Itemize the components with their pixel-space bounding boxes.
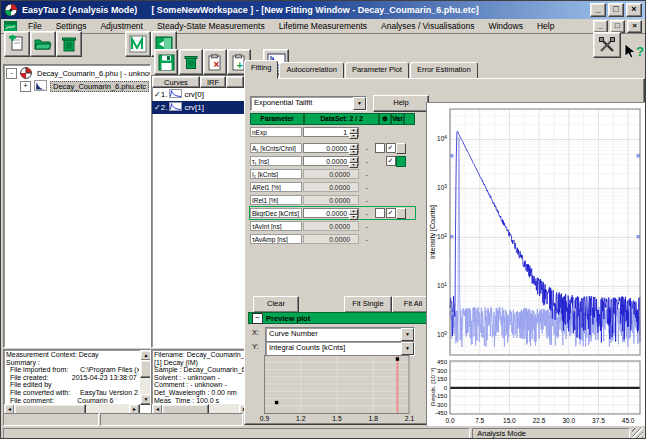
parameter-value-field[interactable]: 0.0000▲▼ — [303, 156, 359, 166]
workspace-tree[interactable]: - Decay_Coumarin_6.phu | - unknown - + D… — [3, 64, 151, 348]
clear-button[interactable]: Clear — [253, 296, 299, 313]
parameter-value-field[interactable]: 0.0000▲▼ — [303, 143, 359, 153]
global-column-header globe-icon[interactable]: ⊕ — [379, 113, 391, 125]
minimize-button[interactable]: _ — [590, 3, 606, 17]
scroll-down-icon[interactable]: ▼ — [140, 394, 151, 405]
tab-fitting[interactable]: Fitting — [244, 60, 278, 79]
resize-grip[interactable] — [632, 428, 643, 439]
tree-child-row[interactable]: + Decay_Coumarin_6.phu.etc — [18, 80, 150, 93]
spin-down-icon[interactable]: ▼ — [349, 215, 358, 221]
chevron-down-icon[interactable]: ▼ — [353, 97, 366, 110]
file-info-line: Sample : Decay_Coumarin_6.phu — [154, 366, 249, 374]
scrollbar-thumb[interactable] — [140, 360, 151, 378]
file-info-line: Solvent : - unknown - — [154, 374, 249, 382]
model-select[interactable]: Exponential Tailfit ▼ — [250, 96, 367, 111]
value-spinner[interactable]: ▲▼ — [349, 209, 358, 217]
preview-tick-label: 1.5 — [332, 415, 341, 422]
menu-analyses-visualisations[interactable]: Analyses / Visualisations — [374, 20, 481, 32]
summary-vertical-scrollbar[interactable]: ▲ ▼ — [140, 350, 150, 405]
document-title: [ SomeNewWorkspace ] - [New Fitting Wind… — [151, 5, 590, 15]
curve-list-item[interactable]: ✓2.crv[1] — [152, 101, 244, 114]
menu-windows[interactable]: Windows — [481, 20, 529, 32]
tree-root-row[interactable]: - Decay_Coumarin_6.phu | - unknown - — [4, 67, 150, 80]
limits-button[interactable] — [396, 143, 406, 154]
parameter-value-field[interactable]: 1▲▼ — [303, 127, 359, 137]
child-close-button[interactable]: × — [627, 20, 642, 33]
curve-list-item[interactable]: ✓1.crv[0] — [152, 88, 244, 101]
value-spinner[interactable]: ▲▼ — [349, 157, 358, 165]
preview-y-select[interactable]: Integral Counts [kCnts] ▼ — [265, 341, 415, 356]
close-button[interactable]: × — [626, 3, 642, 17]
maximize-button[interactable]: □ — [608, 3, 624, 17]
value-spinner[interactable]: ▲▼ — [349, 128, 358, 136]
remove-curve-button[interactable]: × — [203, 49, 227, 75]
spin-down-icon[interactable]: ▼ — [349, 150, 358, 156]
limits-button[interactable] — [396, 208, 406, 219]
parameter-name: BkgrDec [kCnts] — [250, 208, 302, 218]
svg-text:102: 102 — [437, 233, 447, 241]
preview-tick-label: 1.2 — [296, 415, 305, 422]
svg-text:-150: -150 — [435, 393, 448, 399]
menu-lifetime-measurements[interactable]: Lifetime Measurements — [272, 20, 374, 32]
preview-plot[interactable] — [264, 355, 410, 414]
svg-text:37.5: 37.5 — [592, 417, 605, 424]
preview-tick-label: 1.8 — [369, 415, 378, 422]
delete-curve-button[interactable] — [179, 49, 203, 75]
svg-text:300: 300 — [437, 368, 448, 374]
status-field-left — [3, 413, 99, 426]
var-checkbox[interactable]: ✓ — [386, 208, 396, 218]
child-window-icon[interactable] — [4, 21, 17, 32]
parameter-value-field[interactable]: 0.0000▲▼ — [303, 208, 359, 218]
curve-check-icon[interactable]: ✓1. — [154, 90, 167, 99]
global-checkbox[interactable] — [375, 143, 385, 153]
open-workspace-button[interactable] — [30, 31, 56, 57]
adjustment-button[interactable] — [125, 31, 151, 57]
spin-down-icon[interactable]: ▼ — [349, 163, 358, 169]
parameter-name: IRel1 [%] — [250, 195, 302, 205]
svg-text:45.0: 45.0 — [622, 417, 635, 424]
summary-line: Measurement Context: Decay — [6, 351, 139, 359]
link-indicator: - — [359, 158, 375, 165]
child-minimize-button[interactable]: _ — [593, 20, 608, 33]
svg-text:×: × — [213, 59, 219, 70]
parameter-row: BkgrDec [kCnts]0.0000▲▼-✓ — [250, 207, 415, 219]
status-section-left — [3, 428, 470, 439]
parameter-row: τ₁ [ns]0.0000▲▼-✓ — [250, 155, 415, 167]
preview-x-select[interactable]: Curve Number ▼ — [265, 327, 415, 342]
child-restore-button[interactable]: □ — [610, 20, 625, 33]
var-checkbox[interactable]: ✓ — [386, 143, 396, 153]
tools-button[interactable] — [593, 32, 621, 58]
expand-icon[interactable]: + — [20, 81, 31, 92]
file-info-line: [1] Decay (IM) — [154, 359, 249, 367]
trash-icon — [60, 35, 78, 53]
menu-help[interactable]: Help — [530, 20, 561, 32]
new-analysis-button[interactable] — [4, 31, 30, 57]
preview-plot-title: Preview plot — [266, 314, 310, 323]
new-analysis-icon — [8, 35, 26, 53]
parameter-value-field: 0.0000 — [303, 182, 359, 192]
tree-child-label[interactable]: Decay_Coumarin_6.phu.etc — [50, 81, 149, 92]
svg-text:101: 101 — [437, 282, 447, 290]
chevron-down-icon[interactable]: ▼ — [401, 342, 414, 355]
menubar: FileSettingsAdjustmentSteady-State Measu… — [1, 19, 645, 34]
tab-error-estimation[interactable]: Error Estimation — [410, 62, 478, 79]
spin-down-icon[interactable]: ▼ — [349, 134, 358, 140]
collapse-preview-icon[interactable]: − — [252, 313, 263, 324]
tab-parameter-plot[interactable]: Parameter Plot — [345, 62, 409, 79]
global-checkbox[interactable] — [375, 208, 385, 218]
svg-text:0.0: 0.0 — [445, 417, 454, 424]
tree-root-label[interactable]: Decay_Coumarin_6.phu | - unknown - — [35, 69, 151, 78]
value-spinner[interactable]: ▲▼ — [349, 144, 358, 152]
help-button[interactable]: Help — [373, 95, 429, 112]
curve-check-icon[interactable]: ✓2. — [154, 103, 167, 112]
irf-column-header[interactable]: IRF — [200, 76, 226, 88]
var-checkbox[interactable]: ✓ — [386, 156, 396, 166]
delete-button[interactable] — [56, 31, 82, 57]
collapse-icon[interactable]: - — [6, 68, 17, 79]
decay-chart[interactable]: 1001011021031044503001500-150-300-4500.0… — [427, 103, 644, 439]
tab-autocorrelation[interactable]: Autocorrelation — [279, 62, 343, 79]
chevron-down-icon[interactable]: ▼ — [401, 328, 414, 341]
curves-column-header[interactable]: Curves — [152, 76, 200, 88]
fit-single-button[interactable]: Fit Single — [344, 296, 392, 313]
save-button[interactable] — [154, 49, 178, 75]
